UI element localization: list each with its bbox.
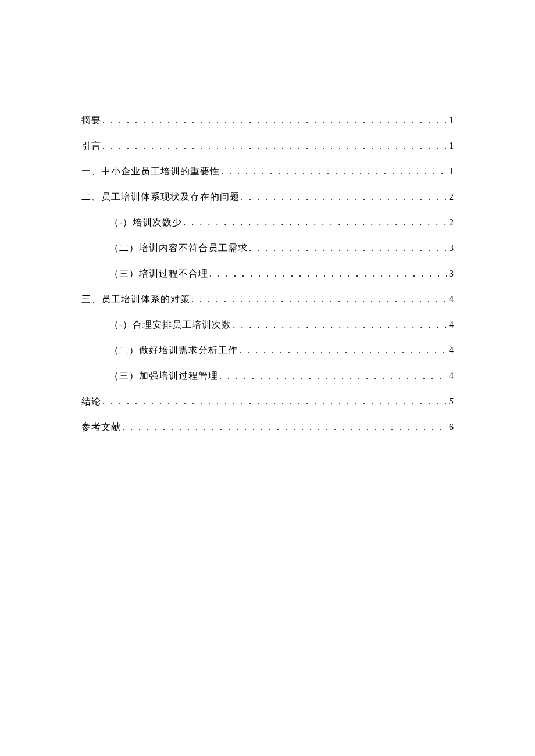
toc-title: 二、员工培训体系现状及存在的问题 [81, 190, 240, 204]
toc-entry: 二、员工培训体系现状及存在的问题 2 [81, 190, 454, 204]
toc-page: 4 [448, 343, 454, 357]
toc-title: （二）做好培训需求分析工作 [109, 343, 238, 357]
toc-dots [102, 395, 447, 409]
toc-dots [241, 190, 447, 204]
toc-dots [219, 369, 447, 383]
toc-dots [122, 420, 447, 434]
toc-page: 2 [448, 216, 454, 230]
toc-dots [249, 241, 447, 255]
toc-title: 结论 [81, 395, 101, 409]
toc-title: 参考文献 [81, 420, 121, 434]
toc-entry: （三）培训过程不合理 3 [81, 267, 454, 281]
toc-page: 4 [448, 292, 454, 306]
toc-entry: 参考文献 6 [81, 420, 454, 434]
toc-entry: 三、员工培训体系的对策 4 [81, 292, 454, 306]
toc-entry: 一、中小企业员工培训的重要性 1 [81, 164, 454, 178]
toc-dots [221, 164, 447, 178]
toc-dots [239, 343, 447, 357]
toc-title: （二）培训内容不符合员工需求 [109, 241, 248, 255]
toc-page: 1 [448, 139, 454, 153]
toc-title: （三）加强培训过程管理 [109, 369, 218, 383]
toc-page: 1 [448, 164, 454, 178]
toc-page: 2 [448, 190, 454, 204]
toc-entry: （-）培训次数少 2 [81, 216, 454, 230]
table-of-contents: 摘要 1 引言 1 一、中小企业员工培训的重要性 1 二、员工培训体系现状及存在… [81, 113, 454, 434]
toc-title: （-）合理安排员工培训次数 [109, 318, 231, 332]
toc-dots [102, 113, 447, 127]
toc-page: 1 [448, 113, 454, 127]
toc-entry: （二）做好培训需求分析工作 4 [81, 343, 454, 357]
toc-page: 4 [448, 369, 454, 383]
toc-title: 引言 [81, 139, 101, 153]
toc-dots [183, 216, 447, 230]
toc-entry: 摘要 1 [81, 113, 454, 127]
toc-title: 三、员工培训体系的对策 [81, 292, 190, 306]
toc-page: 3 [448, 241, 454, 255]
toc-dots [102, 139, 447, 153]
toc-entry: 结论 5 [81, 395, 454, 409]
toc-title: 摘要 [81, 113, 101, 127]
toc-page: 3 [448, 267, 454, 281]
toc-title: （三）培训过程不合理 [109, 267, 208, 281]
toc-entry: 引言 1 [81, 139, 454, 153]
toc-page: 4 [448, 318, 454, 332]
toc-dots [233, 318, 447, 332]
toc-page: 6 [448, 420, 454, 434]
toc-dots [209, 267, 447, 281]
toc-entry: （二）培训内容不符合员工需求 3 [81, 241, 454, 255]
toc-title: 一、中小企业员工培训的重要性 [81, 164, 220, 178]
toc-dots [191, 292, 447, 306]
toc-page: 5 [448, 395, 454, 409]
toc-entry: （三）加强培训过程管理 4 [81, 369, 454, 383]
toc-entry: （-）合理安排员工培训次数 4 [81, 318, 454, 332]
toc-title: （-）培训次数少 [109, 216, 182, 230]
